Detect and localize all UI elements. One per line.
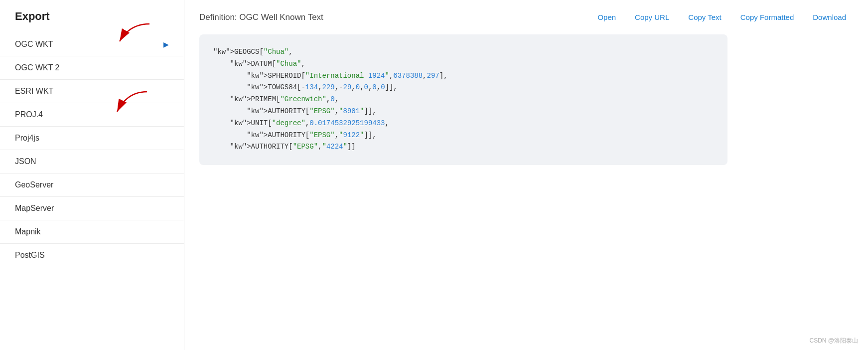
code-line: "kw">TOWGS84[-134,229,-29,0,0,0,0]], [213, 82, 714, 94]
sidebar-item-postgis[interactable]: PostGIS [0, 244, 184, 267]
sidebar-item-esri-wkt[interactable]: ESRI WKT [0, 80, 184, 103]
copy-text-button[interactable]: Copy Text [681, 10, 728, 24]
sidebar-item-ogc-wkt[interactable]: OGC WKT▶ [0, 33, 184, 56]
code-line: "kw">UNIT["degree",0.0174532925199433, [213, 118, 714, 130]
open-button[interactable]: Open [590, 10, 623, 24]
definition-title: Definition: OGC Well Known Text [199, 12, 323, 22]
main-content: Definition: OGC Well Known Text Open Cop… [184, 0, 868, 350]
sidebar-title: Export [0, 10, 184, 33]
chevron-right-icon: ▶ [163, 40, 169, 48]
watermark: CSDN @洛阳泰山 [809, 337, 858, 345]
code-line: "kw">AUTHORITY["EPSG","4224"]] [213, 141, 714, 153]
sidebar-item-label: MapServer [15, 204, 54, 213]
sidebar-item-mapnik[interactable]: Mapnik [0, 220, 184, 244]
sidebar-item-label: ESRI WKT [15, 87, 53, 96]
sidebar-item-label: OGC WKT 2 [15, 63, 60, 72]
code-line: "kw">AUTHORITY["EPSG","8901"]], [213, 106, 714, 118]
toolbar-actions: Open Copy URL Copy Text Copy Formatted D… [590, 10, 853, 24]
sidebar-item-label: GeoServer [15, 180, 53, 189]
download-button[interactable]: Download [806, 10, 853, 24]
sidebar-item-ogc-wkt2[interactable]: OGC WKT 2 [0, 56, 184, 80]
copy-url-button[interactable]: Copy URL [628, 10, 676, 24]
sidebar-item-label: Proj4js [15, 134, 39, 143]
sidebar-item-label: JSON [15, 157, 36, 166]
code-block: "kw">GEOGCS["Chua", "kw">DATUM["Chua", "… [199, 34, 727, 165]
sidebar-item-label: Mapnik [15, 227, 41, 236]
toolbar-left: Definition: OGC Well Known Text [199, 12, 323, 22]
sidebar-item-label: PROJ.4 [15, 110, 43, 119]
sidebar-item-label: PostGIS [15, 251, 45, 260]
copy-formatted-button[interactable]: Copy Formatted [733, 10, 801, 24]
code-line: "kw">SPHEROID["International 1924",63783… [213, 70, 714, 82]
toolbar: Definition: OGC Well Known Text Open Cop… [199, 10, 853, 24]
sidebar: Export OGC WKT▶ OGC WKT 2ESRI WKTPROJ.4 [0, 0, 184, 350]
sidebar-item-geoserver[interactable]: GeoServer [0, 174, 184, 197]
sidebar-item-json[interactable]: JSON [0, 150, 184, 174]
sidebar-item-label: OGC WKT [15, 40, 53, 49]
code-line: "kw">AUTHORITY["EPSG","9122"]], [213, 130, 714, 142]
code-line: "kw">GEOGCS["Chua", [213, 46, 714, 58]
sidebar-item-mapserver[interactable]: MapServer [0, 197, 184, 220]
code-line: "kw">DATUM["Chua", [213, 58, 714, 70]
code-line: "kw">PRIMEM["Greenwich",0, [213, 94, 714, 106]
sidebar-item-proj4[interactable]: PROJ.4 [0, 103, 184, 127]
sidebar-item-proj4js[interactable]: Proj4js [0, 127, 184, 150]
